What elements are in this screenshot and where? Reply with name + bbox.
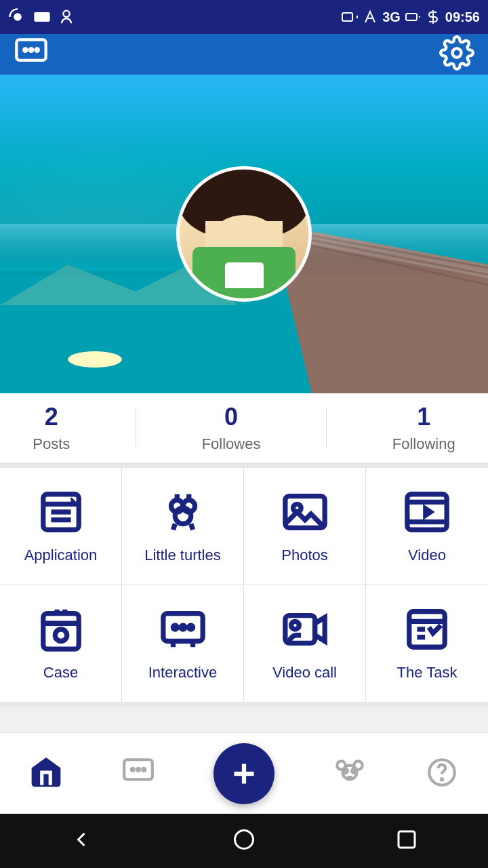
case-label: Case (43, 664, 78, 682)
photos-label: Photos (281, 547, 328, 564)
settings-button[interactable] (439, 35, 474, 73)
divider-2 (326, 408, 327, 448)
posts-label: Posts (33, 435, 70, 453)
followes-stat[interactable]: 0 Followes (202, 403, 261, 453)
interactive-label: Interactive (148, 664, 218, 682)
svg-rect-4 (406, 14, 417, 20)
app-header (0, 34, 488, 75)
avatar[interactable] (176, 166, 312, 302)
profile-banner (0, 75, 488, 393)
video-call-icon (281, 606, 329, 653)
posts-count: 2 (45, 403, 58, 431)
home-button[interactable] (232, 827, 256, 854)
svg-point-54 (142, 768, 145, 770)
svg-point-0 (14, 13, 22, 21)
application-icon (37, 488, 85, 536)
status-icons (8, 7, 76, 26)
grid-item-video[interactable]: Video (366, 468, 488, 585)
posts-stat[interactable]: 2 Posts (33, 403, 70, 453)
status-bar: 3G 09:56 (0, 0, 488, 34)
svg-point-7 (30, 49, 33, 52)
svg-point-42 (181, 625, 185, 629)
svg-point-9 (453, 49, 462, 58)
nav-help[interactable] (425, 755, 459, 792)
svg-marker-34 (423, 504, 435, 519)
grid-item-video-call[interactable]: Video call (244, 585, 366, 702)
grid-menu: Application Little turtles Photos (0, 468, 488, 707)
grid-item-the-task[interactable]: The Task (366, 585, 488, 702)
svg-point-2 (63, 11, 69, 17)
video-label: Video (408, 547, 446, 564)
followes-count: 0 (224, 403, 238, 431)
status-time: 3G 09:56 (342, 9, 480, 25)
svg-point-19 (68, 351, 122, 368)
grid-item-little-turtles[interactable]: Little turtles (122, 468, 244, 585)
network-label: 3G (382, 9, 401, 25)
svg-point-6 (24, 49, 26, 52)
svg-point-61 (352, 768, 356, 772)
clock: 09:56 (445, 9, 480, 25)
message-button[interactable] (14, 35, 49, 73)
svg-point-63 (441, 778, 443, 780)
svg-point-8 (36, 49, 39, 52)
the-task-label: The Task (397, 664, 458, 682)
bottom-nav (0, 732, 488, 814)
interactive-icon (159, 606, 207, 653)
svg-point-43 (188, 625, 192, 629)
svg-point-46 (291, 621, 299, 629)
application-label: Application (24, 547, 98, 564)
svg-rect-3 (342, 13, 352, 21)
svg-point-53 (137, 768, 140, 770)
svg-marker-45 (314, 618, 325, 642)
little-turtles-label: Little turtles (144, 547, 221, 564)
svg-point-52 (131, 768, 134, 770)
divider-1 (136, 408, 136, 448)
grid-item-case[interactable]: Case (0, 585, 122, 702)
followes-label: Followes (202, 435, 261, 453)
little-turtles-icon (159, 488, 207, 536)
case-icon (37, 606, 85, 653)
nav-panda[interactable] (333, 755, 367, 792)
back-button[interactable] (69, 827, 94, 854)
the-task-icon (403, 606, 451, 653)
photos-icon (281, 488, 329, 536)
grid-item-interactive[interactable]: Interactive (122, 585, 244, 702)
grid-item-photos[interactable]: Photos (244, 468, 366, 585)
nav-chat[interactable] (121, 755, 155, 792)
fab-add-button[interactable] (214, 743, 274, 804)
android-system-bar (0, 814, 488, 868)
svg-point-60 (344, 768, 348, 772)
svg-rect-65 (399, 831, 415, 848)
nav-home[interactable] (29, 755, 63, 792)
following-count: 1 (417, 403, 430, 431)
video-icon (403, 488, 451, 536)
following-label: Following (392, 435, 455, 453)
svg-point-39 (55, 629, 67, 642)
svg-rect-1 (34, 12, 49, 22)
svg-point-26 (175, 508, 190, 524)
svg-line-29 (173, 524, 175, 530)
following-stat[interactable]: 1 Following (392, 403, 455, 453)
video-call-label: Video call (272, 664, 337, 682)
grid-item-application[interactable]: Application (0, 468, 122, 585)
svg-point-41 (173, 625, 177, 629)
stats-bar: 2 Posts 0 Followes 1 Following (0, 393, 488, 468)
svg-point-64 (235, 831, 253, 849)
recents-button[interactable] (394, 827, 419, 854)
svg-line-30 (190, 524, 192, 530)
